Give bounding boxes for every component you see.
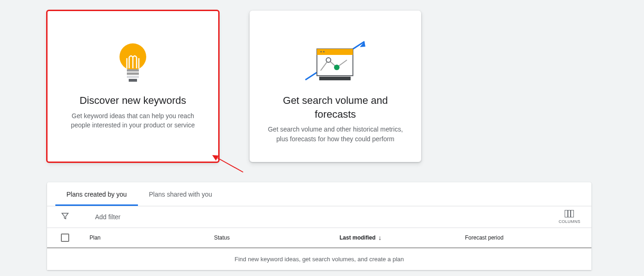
- select-all-cell: [61, 234, 89, 242]
- svg-rect-16: [565, 210, 574, 217]
- lastmod-label: Last modified: [340, 234, 376, 241]
- svg-rect-3: [127, 76, 139, 78]
- column-header-plan[interactable]: Plan: [89, 234, 214, 241]
- chart-trend-icon: [301, 34, 370, 94]
- columns-button[interactable]: COLUMNS: [559, 210, 580, 224]
- discover-keywords-card[interactable]: Discover new keywords Get keyword ideas …: [47, 11, 219, 162]
- table-header-row: Plan Status Last modified ↓ Forecast per…: [47, 228, 591, 248]
- lightbulb-icon: [117, 34, 149, 94]
- filter-bar: Add filter COLUMNS: [47, 206, 591, 228]
- column-header-forecast[interactable]: Forecast period: [465, 234, 557, 241]
- svg-point-11: [326, 58, 331, 62]
- filter-icon[interactable]: [61, 212, 69, 222]
- svg-point-9: [321, 51, 322, 53]
- svg-rect-1: [127, 69, 139, 72]
- tool-cards: Discover new keywords Get keyword ideas …: [0, 0, 644, 162]
- plans-panel: Plans created by you Plans shared with y…: [47, 182, 591, 270]
- sort-desc-icon: ↓: [378, 234, 382, 241]
- card-description: Get search volume and other historical m…: [262, 125, 408, 144]
- svg-rect-2: [127, 72, 139, 75]
- plans-tabs: Plans created by you Plans shared with y…: [47, 182, 591, 206]
- svg-point-12: [334, 65, 340, 70]
- svg-rect-8: [317, 49, 353, 55]
- card-description: Get keyword ideas that can help you reac…: [60, 111, 206, 130]
- search-volume-card[interactable]: Get search volume and forecasts Get sear…: [250, 11, 421, 162]
- column-header-status[interactable]: Status: [214, 234, 340, 241]
- svg-rect-13: [319, 77, 351, 80]
- svg-rect-4: [129, 79, 137, 82]
- column-header-last-modified[interactable]: Last modified ↓: [340, 234, 465, 241]
- tab-plans-shared[interactable]: Plans shared with you: [138, 182, 223, 206]
- columns-label: COLUMNS: [559, 219, 580, 224]
- select-all-checkbox[interactable]: [61, 234, 69, 242]
- card-title: Discover new keywords: [79, 94, 186, 108]
- svg-point-10: [323, 51, 325, 53]
- columns-icon: [565, 210, 574, 217]
- card-title: Get search volume and forecasts: [262, 94, 408, 121]
- tab-plans-created[interactable]: Plans created by you: [55, 182, 138, 206]
- empty-state-message: Find new keyword ideas, get search volum…: [47, 248, 591, 270]
- add-filter-button[interactable]: Add filter: [95, 213, 120, 221]
